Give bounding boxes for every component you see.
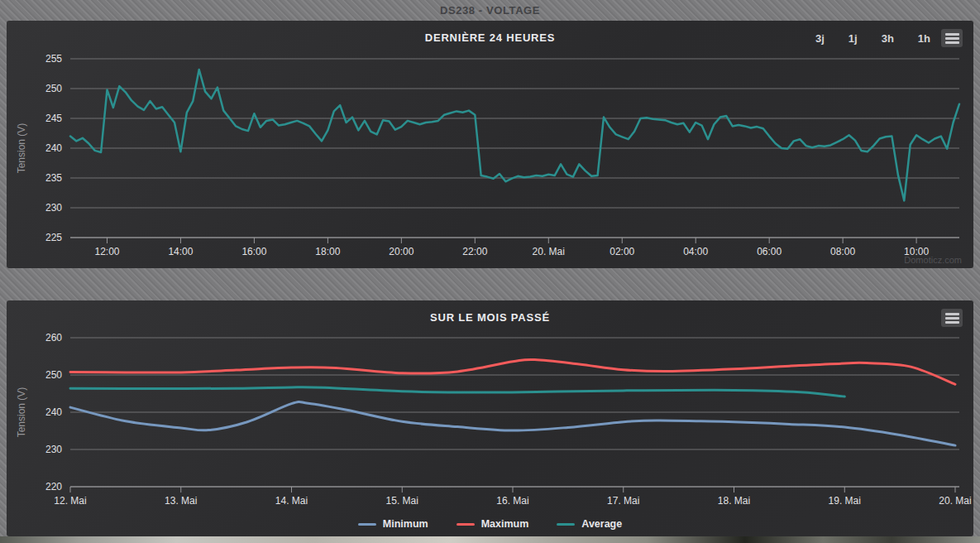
x-axis-tick-label: 12. Mai bbox=[54, 495, 86, 507]
x-axis-tick-label: 20. Mai bbox=[939, 495, 971, 507]
y-axis-tick-label: 240 bbox=[45, 142, 62, 154]
page-background: DS238 - VOLTAGE DERNIÈRE 24 HEURES 3j 1j… bbox=[0, 0, 980, 543]
series-line-average bbox=[70, 387, 844, 396]
y-axis-tick-label: 225 bbox=[45, 232, 62, 243]
x-axis-tick-label: 16:00 bbox=[241, 246, 266, 257]
y-axis-tick-label: 250 bbox=[45, 83, 62, 94]
legend-label: Average bbox=[581, 518, 622, 530]
page-title: DS238 - VOLTAGE bbox=[440, 4, 540, 17]
y-axis-tick-label: 250 bbox=[45, 369, 62, 381]
x-axis-tick-label: 20:00 bbox=[389, 246, 414, 257]
y-axis-tick-label: 240 bbox=[45, 406, 62, 418]
legend-dash-icon bbox=[457, 523, 475, 526]
x-axis-tick-label: 14:00 bbox=[168, 246, 193, 257]
x-axis-tick-label: 22:00 bbox=[462, 246, 487, 257]
legend-item-minimum[interactable]: Minimum bbox=[358, 518, 428, 530]
series-line-maximum bbox=[70, 359, 955, 384]
x-axis-tick-label: 17. Mai bbox=[607, 495, 639, 507]
x-axis-tick-label: 19. Mai bbox=[829, 495, 861, 507]
y-axis-tick-label: 230 bbox=[45, 444, 62, 455]
window-title-bar: DS238 - VOLTAGE bbox=[0, 0, 980, 21]
y-axis-tick-label: 230 bbox=[45, 202, 62, 214]
x-axis-tick-label: 18. Mai bbox=[718, 495, 750, 507]
y-axis-title: Tension (V) bbox=[16, 387, 27, 438]
y-axis-tick-label: 235 bbox=[45, 172, 62, 184]
x-axis-tick-label: 15. Mai bbox=[386, 495, 418, 507]
chart-legend: MinimumMaximumAverage bbox=[7, 518, 973, 530]
chart-24h-panel: DERNIÈRE 24 HEURES 3j 1j 3h 1h 225230235… bbox=[7, 21, 973, 268]
x-axis-tick-label: 12:00 bbox=[94, 246, 119, 257]
chart-month-panel: SUR LE MOIS PASSÉ 22023024025026012. Mai… bbox=[7, 300, 973, 536]
x-axis-tick-label: 18:00 bbox=[315, 246, 340, 257]
legend-dash-icon bbox=[557, 523, 575, 526]
legend-item-maximum[interactable]: Maximum bbox=[457, 518, 529, 530]
y-axis-title: Tension (V) bbox=[16, 123, 27, 174]
x-axis-tick-label: 14. Mai bbox=[275, 495, 308, 507]
y-axis-tick-label: 260 bbox=[45, 332, 62, 344]
legend-label: Minimum bbox=[383, 518, 428, 530]
y-axis-tick-label: 220 bbox=[45, 481, 62, 493]
series-line-tension bbox=[70, 70, 959, 200]
x-axis-tick-label: 06:00 bbox=[757, 246, 782, 257]
x-axis-tick-label: 20. Mai bbox=[533, 246, 565, 257]
y-axis-tick-label: 255 bbox=[45, 53, 62, 65]
legend-item-average[interactable]: Average bbox=[557, 518, 622, 530]
legend-label: Maximum bbox=[481, 518, 529, 530]
chart-24h-plot-area[interactable]: 22523023524024525025512:0014:0016:0018:0… bbox=[7, 21, 973, 268]
x-axis-tick-label: 04:00 bbox=[683, 246, 708, 257]
x-axis-tick-label: 16. Mai bbox=[496, 495, 528, 507]
series-line-minimum bbox=[70, 401, 955, 445]
x-axis-tick-label: 02:00 bbox=[610, 246, 634, 257]
chart-month-plot-area[interactable]: 22023024025026012. Mai13. Mai14. Mai15. … bbox=[7, 300, 973, 536]
legend-dash-icon bbox=[358, 523, 376, 526]
x-axis-tick-label: 08:00 bbox=[830, 246, 855, 257]
background-photo-strip bbox=[0, 536, 980, 543]
domoticz-watermark: Domoticz.com bbox=[904, 255, 962, 265]
x-axis-tick-label: 13. Mai bbox=[165, 495, 197, 507]
y-axis-tick-label: 245 bbox=[45, 113, 62, 124]
